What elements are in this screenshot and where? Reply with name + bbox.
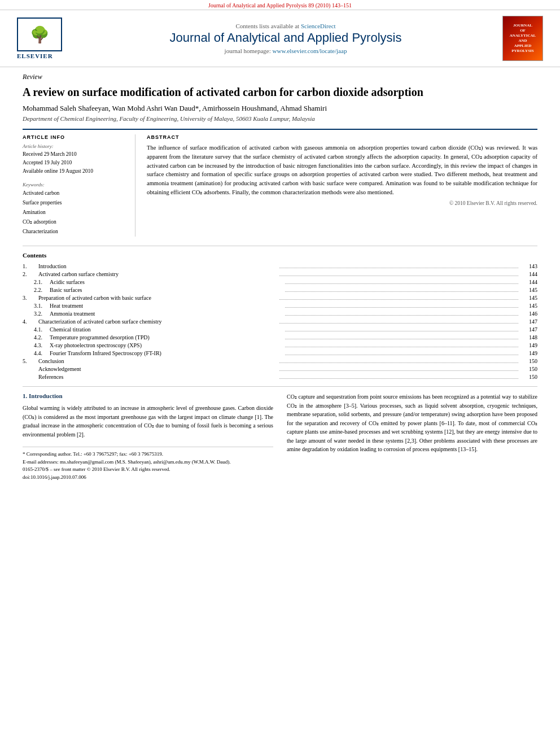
toc-title: Chemical titration — [50, 326, 283, 333]
journal-homepage: journal homepage: www.elsevier.com/locat… — [73, 47, 498, 54]
sciencedirect-link[interactable]: ScienceDirect — [301, 23, 336, 29]
keywords-section: Keywords: Activated carbon Surface prope… — [23, 182, 126, 237]
article-info-panel: ARTICLE INFO Article history: Received 2… — [23, 134, 135, 237]
keyword-5: Characterization — [23, 227, 126, 237]
article-dates: Received 29 March 2010 Accepted 19 July … — [23, 150, 126, 176]
toc-row: 2.2.Basic surfaces145 — [23, 287, 537, 294]
toc-page: 148 — [520, 334, 537, 340]
toc-title: Heat treatment — [50, 303, 283, 309]
toc-page: 145 — [520, 303, 537, 309]
copyright-notice: © 2010 Elsevier B.V. All rights reserved… — [147, 200, 537, 206]
toc-page: 143 — [520, 263, 537, 269]
toc-page: 150 — [520, 366, 537, 372]
article-title: A review on surface modification of acti… — [23, 85, 537, 99]
contents-title: Contents — [23, 252, 537, 259]
history-label: Article history: — [23, 143, 126, 149]
toc-row: 3.1.Heat treatment145 — [23, 303, 537, 309]
toc-title: Ammonia treatment — [50, 311, 283, 317]
journal-cover-area: JOURNALOFANALYTICALANDAPPLIEDPYROLYSIS — [498, 16, 543, 61]
toc-dots — [285, 315, 518, 316]
introduction-section: 1. Introduction Global warming is widely… — [23, 392, 537, 481]
keyword-3: Amination — [23, 208, 126, 217]
issn-line: 0165-2370/$ – see front matter © 2010 El… — [23, 466, 273, 474]
toc-num: 2. — [23, 271, 38, 277]
toc-dots — [285, 355, 518, 355]
toc-row: 5.Conclusion150 — [23, 358, 537, 365]
toc-num: 2.2. — [34, 287, 50, 293]
abstract-panel: ABSTRACT The influence of surface modifi… — [147, 134, 537, 237]
toc-title: References — [38, 374, 277, 380]
toc-num: 1. — [23, 263, 38, 269]
article-info-abstract-section: ARTICLE INFO Article history: Received 2… — [23, 129, 537, 237]
article-info-title: ARTICLE INFO — [23, 134, 126, 140]
toc-title: X-ray photoelectron spectroscopy (XPS) — [50, 342, 283, 348]
publisher-logo-area: 🌳 ELSEVIER — [17, 18, 73, 59]
elsevier-logo: 🌳 ELSEVIER — [17, 18, 73, 59]
keyword-4: CO₂ adsorption — [23, 217, 126, 227]
email-addresses: ms.shafeeyan@gmail.com (M.S. Shafeeyan),… — [60, 459, 231, 465]
toc-title: Characterization of activated carbon sur… — [38, 318, 277, 325]
journal-header-center: Contents lists available at ScienceDirec… — [73, 23, 498, 54]
toc-page: 145 — [520, 287, 537, 293]
toc-dots — [279, 323, 518, 324]
toc-table: 1.Introduction1432.Activated carbon surf… — [23, 263, 537, 381]
toc-num: 4.3. — [34, 342, 50, 348]
toc-num: 2.1. — [34, 279, 50, 285]
toc-title: Conclusion — [38, 358, 277, 364]
toc-row: 1.Introduction143 — [23, 263, 537, 270]
toc-dots — [285, 347, 518, 347]
toc-num: 5. — [23, 358, 38, 364]
homepage-link[interactable]: www.elsevier.com/locate/jaap — [273, 47, 347, 54]
toc-row: 2.Activated carbon surface chemistry144 — [23, 271, 537, 278]
toc-dots — [285, 307, 518, 308]
introduction-right-text: CO₂ capture and sequestration from point… — [287, 392, 537, 454]
section-divider — [23, 386, 537, 387]
toc-title: Acidic surfaces — [50, 279, 283, 285]
toc-title: Temperature programmed desorption (TPD) — [50, 334, 283, 340]
toc-page: 150 — [520, 374, 537, 380]
toc-num: 3.1. — [34, 303, 50, 309]
toc-page: 144 — [520, 271, 537, 277]
introduction-right-col: CO₂ capture and sequestration from point… — [287, 392, 537, 481]
main-content: Review A review on surface modification … — [0, 67, 560, 487]
toc-title: Fourier Transform Infrared Spectroscopy … — [50, 350, 283, 356]
received-date: Received 29 March 2010 — [23, 150, 126, 159]
toc-num: 4. — [23, 318, 38, 325]
article-type-label: Review — [23, 73, 537, 81]
introduction-left-text: Global warming is widely attributed to a… — [23, 404, 273, 439]
keyword-1: Activated carbon — [23, 189, 126, 198]
toc-num: 4.4. — [34, 350, 50, 356]
elsevier-tree-icon: 🌳 — [30, 25, 50, 44]
page-wrapper: Journal of Analytical and Applied Pyroly… — [0, 0, 560, 747]
toc-row: 2.1.Acidic surfaces144 — [23, 279, 537, 286]
toc-row: 4.2.Temperature programmed desorption (T… — [23, 334, 537, 341]
toc-dots — [285, 339, 518, 339]
keywords-list: Activated carbon Surface properties Amin… — [23, 189, 126, 237]
toc-dots — [279, 362, 518, 363]
toc-page: 147 — [520, 318, 537, 325]
toc-title: Activated carbon surface chemistry — [38, 271, 277, 277]
toc-dots — [279, 276, 518, 276]
journal-cover-image: JOURNALOFANALYTICALANDAPPLIEDPYROLYSIS — [502, 16, 543, 61]
toc-num: 4.2. — [34, 334, 50, 340]
keywords-label: Keywords: — [23, 182, 126, 187]
toc-row: 3.2.Ammonia treatment146 — [23, 311, 537, 317]
footnote-area: * Corresponding author. Tel.: +60 3 7967… — [23, 447, 273, 481]
toc-title: Introduction — [38, 263, 277, 269]
toc-title: Preparation of activated carbon with bas… — [38, 295, 277, 301]
toc-dots — [279, 268, 518, 268]
email-note: E-mail addresses: ms.shafeeyan@gmail.com… — [23, 458, 273, 466]
toc-page: 149 — [520, 342, 537, 348]
toc-dots — [285, 291, 518, 292]
introduction-left-col: 1. Introduction Global warming is widely… — [23, 392, 273, 481]
authors-text: Mohammad Saleh Shafeeyan, Wan Mohd Ashri… — [23, 104, 327, 112]
toc-dots — [279, 378, 518, 379]
keyword-2: Surface properties — [23, 198, 126, 208]
toc-num: 3. — [23, 295, 38, 301]
toc-row: 4.4.Fourier Transform Infrared Spectrosc… — [23, 350, 537, 357]
available-date: Available online 19 August 2010 — [23, 167, 126, 176]
journal-citation-text: Journal of Analytical and Applied Pyroly… — [208, 2, 352, 8]
abstract-title: ABSTRACT — [147, 134, 537, 140]
toc-page: 149 — [520, 350, 537, 356]
toc-title: Basic surfaces — [50, 287, 283, 293]
